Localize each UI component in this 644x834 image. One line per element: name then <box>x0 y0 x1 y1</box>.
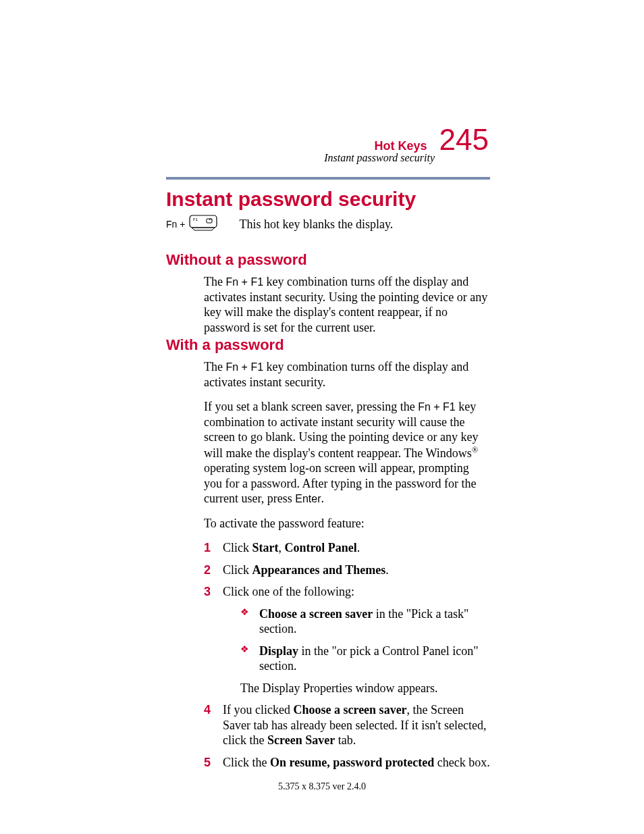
f1-key-icon: F1 <box>189 215 217 234</box>
step-5: Click the On resume, password protected … <box>204 755 490 771</box>
page-header: Hot Keys 245 Instant password security <box>324 125 489 164</box>
section-label: Instant password security <box>324 152 435 164</box>
svg-text:F1: F1 <box>193 217 198 221</box>
section-with-password: With a password The Fn + F1 key combinat… <box>166 336 490 777</box>
without-password-text: The Fn + F1 key combination turns off th… <box>204 274 490 335</box>
step-3a: Choose a screen saver in the "Pick a tas… <box>240 606 490 637</box>
chapter-label: Hot Keys <box>375 139 427 153</box>
step-2: Click Appearances and Themes. <box>204 563 490 578</box>
with-password-p2: If you set a blank screen saver, pressin… <box>204 399 490 506</box>
page-number: 245 <box>439 125 489 155</box>
fn-plus-label: Fn + <box>166 219 185 230</box>
hotkey-description: This hot key blanks the display. <box>239 217 393 232</box>
hotkey-combo: Fn + F1 This hot key blanks the display. <box>166 215 393 234</box>
page-title: Instant password security <box>166 188 416 211</box>
step-3-after: The Display Properties window appears. <box>240 681 490 696</box>
step-4: If you clicked Choose a screen saver, th… <box>204 702 490 748</box>
with-password-heading: With a password <box>166 336 490 354</box>
step-list: Click Start, Control Panel. Click Appear… <box>204 540 490 770</box>
activate-intro: To activate the password feature: <box>204 516 490 531</box>
horizontal-rule <box>166 177 490 180</box>
without-password-heading: Without a password <box>166 251 490 269</box>
step-1: Click Start, Control Panel. <box>204 540 490 556</box>
step-3-sublist: Choose a screen saver in the "Pick a tas… <box>240 606 490 674</box>
section-without-password: Without a password The Fn + F1 key combi… <box>166 251 490 344</box>
step-3: Click one of the following: Choose a scr… <box>204 584 490 696</box>
page-footer: 5.375 x 8.375 ver 2.4.0 <box>0 781 644 792</box>
with-password-p1: The Fn + F1 key combination turns off th… <box>204 359 490 390</box>
step-3b: Display in the "or pick a Control Panel … <box>240 644 490 674</box>
